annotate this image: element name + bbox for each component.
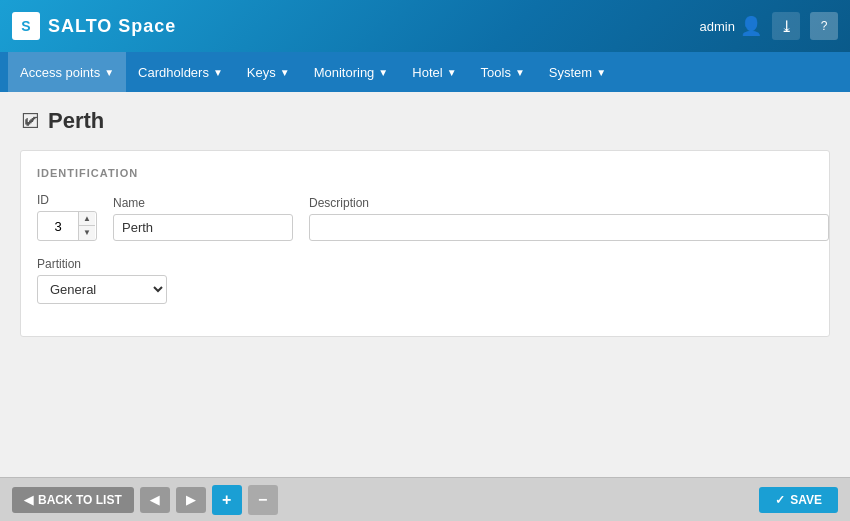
footer-left: ◀ BACK TO LIST ◀ ▶ + −: [12, 485, 278, 515]
logo-letter: S: [21, 18, 30, 34]
nav-label-access-points: Access points: [20, 65, 100, 80]
page-header: 🗹 Perth: [20, 108, 830, 134]
form-row-partition: Partition General Other: [37, 257, 813, 304]
chevron-down-icon: ▼: [447, 67, 457, 78]
logo-box: S: [12, 12, 40, 40]
chevron-down-icon: ▼: [280, 67, 290, 78]
save-button[interactable]: ✓ SAVE: [759, 487, 838, 513]
spinner-down-btn[interactable]: ▼: [79, 226, 95, 240]
app-header: S SALTO Space admin 👤 ⤓ ?: [0, 0, 850, 52]
section-title: IDENTIFICATION: [37, 167, 813, 179]
description-group: Description: [309, 196, 829, 241]
remove-button[interactable]: −: [248, 485, 278, 515]
nav-label-system: System: [549, 65, 592, 80]
main-nav: Access points ▼ Cardholders ▼ Keys ▼ Mon…: [0, 52, 850, 92]
id-input[interactable]: [38, 214, 78, 239]
chevron-left-icon: ◀: [150, 493, 159, 507]
form-row-main: ID ▲ ▼ Name Description: [37, 193, 813, 241]
logo-area: S SALTO Space: [12, 12, 176, 40]
help-icon-btn[interactable]: ?: [810, 12, 838, 40]
name-input[interactable]: [113, 214, 293, 241]
download-icon: ⤓: [780, 17, 793, 36]
plus-icon: +: [222, 491, 231, 509]
header-right: admin 👤 ⤓ ?: [700, 12, 838, 40]
description-label: Description: [309, 196, 829, 210]
id-group: ID ▲ ▼: [37, 193, 97, 241]
chevron-down-icon: ▼: [515, 67, 525, 78]
app-name: SALTO Space: [48, 16, 176, 37]
chevron-down-icon: ▼: [104, 67, 114, 78]
nav-access-points[interactable]: Access points ▼: [8, 52, 126, 92]
save-label: SAVE: [790, 493, 822, 507]
chevron-right-icon: ▶: [186, 493, 195, 507]
username: admin: [700, 19, 735, 34]
user-info: admin 👤: [700, 15, 762, 37]
nav-monitoring[interactable]: Monitoring ▼: [302, 52, 401, 92]
page-title: Perth: [48, 108, 104, 134]
minus-icon: −: [258, 491, 267, 509]
back-label: BACK TO LIST: [38, 493, 122, 507]
partition-select[interactable]: General Other: [37, 275, 167, 304]
nav-hotel[interactable]: Hotel ▼: [400, 52, 468, 92]
name-label: Name: [113, 196, 293, 210]
nav-label-keys: Keys: [247, 65, 276, 80]
spinner-buttons: ▲ ▼: [78, 212, 95, 240]
partition-group: Partition General Other: [37, 257, 167, 304]
chevron-down-icon: ▼: [213, 67, 223, 78]
nav-label-hotel: Hotel: [412, 65, 442, 80]
main-content: 🗹 Perth IDENTIFICATION ID ▲ ▼ Name: [0, 92, 850, 477]
nav-label-tools: Tools: [481, 65, 511, 80]
id-label: ID: [37, 193, 97, 207]
chevron-down-icon: ▼: [596, 67, 606, 78]
nav-label-monitoring: Monitoring: [314, 65, 375, 80]
description-input[interactable]: [309, 214, 829, 241]
nav-tools[interactable]: Tools ▼: [469, 52, 537, 92]
location-pin-icon: 🗹: [20, 110, 40, 133]
nav-system[interactable]: System ▼: [537, 52, 618, 92]
download-icon-btn[interactable]: ⤓: [772, 12, 800, 40]
nav-label-cardholders: Cardholders: [138, 65, 209, 80]
nav-cardholders[interactable]: Cardholders ▼: [126, 52, 235, 92]
id-spinner[interactable]: ▲ ▼: [37, 211, 97, 241]
footer: ◀ BACK TO LIST ◀ ▶ + − ✓ SAVE: [0, 477, 850, 521]
next-button[interactable]: ▶: [176, 487, 206, 513]
identification-card: IDENTIFICATION ID ▲ ▼ Name D: [20, 150, 830, 337]
partition-label: Partition: [37, 257, 167, 271]
add-button[interactable]: +: [212, 485, 242, 515]
arrow-left-icon: ◀: [24, 493, 33, 507]
checkmark-icon: ✓: [775, 493, 785, 507]
spinner-up-btn[interactable]: ▲: [79, 212, 95, 226]
chevron-down-icon: ▼: [378, 67, 388, 78]
name-group: Name: [113, 196, 293, 241]
question-icon: ?: [821, 19, 828, 33]
nav-keys[interactable]: Keys ▼: [235, 52, 302, 92]
prev-button[interactable]: ◀: [140, 487, 170, 513]
back-to-list-button[interactable]: ◀ BACK TO LIST: [12, 487, 134, 513]
user-icon: 👤: [740, 15, 762, 37]
